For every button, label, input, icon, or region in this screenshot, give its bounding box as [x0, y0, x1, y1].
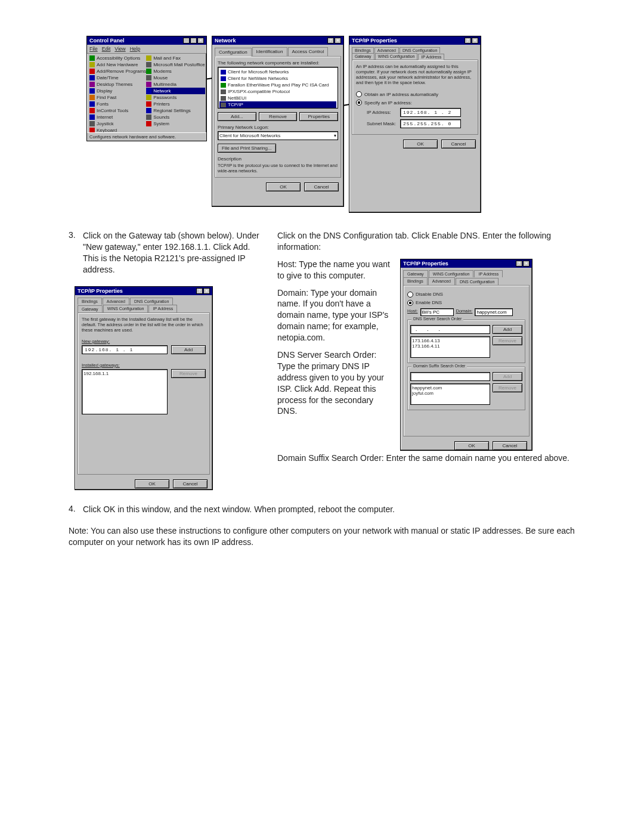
tab-advanced[interactable]: Advanced	[374, 47, 399, 53]
tab-wins[interactable]: WINS Configuration	[103, 305, 148, 312]
dns-ip-input[interactable]	[410, 325, 490, 334]
ok-button[interactable]: OK	[403, 140, 438, 148]
menu-view[interactable]: View	[114, 46, 125, 52]
tab-bindings[interactable]: Bindings	[78, 298, 102, 305]
components-list[interactable]: Client for Microsoft Networks Client for…	[218, 67, 338, 109]
close-icon[interactable]: ×	[335, 38, 341, 44]
tab-gateway[interactable]: Gateway	[403, 270, 428, 277]
close-icon[interactable]: ×	[472, 38, 478, 44]
step-3-text: Click on the Gateway tab (shown below). …	[83, 230, 259, 275]
close-icon[interactable]: ×	[203, 288, 210, 294]
tab-ip-address[interactable]: IP Address	[474, 270, 503, 277]
cp-item[interactable]: InControl Tools	[89, 107, 146, 114]
menu-help[interactable]: Help	[130, 46, 140, 52]
maximize-icon[interactable]: □	[190, 38, 197, 44]
add-button[interactable]: Add	[493, 325, 522, 334]
control-panel-menubar[interactable]: FileEditViewHelp	[87, 45, 206, 54]
radio-specify[interactable]: Specify an IP address:	[356, 100, 474, 106]
tab-identification[interactable]: Identification	[252, 47, 287, 56]
installed-gateways-list[interactable]: 192.168.1.1	[82, 369, 168, 414]
cancel-button[interactable]: Cancel	[441, 140, 476, 148]
cancel-button[interactable]: Cancel	[493, 441, 527, 450]
cp-item[interactable]: Accessibility Options	[89, 55, 146, 61]
tab-wins[interactable]: WINS Configuration	[375, 53, 418, 60]
cp-item[interactable]: Sounds	[146, 114, 205, 120]
body-columns: 3. Click on the Gateway tab (shown below…	[69, 230, 593, 492]
mail-icon	[146, 55, 151, 61]
remove-button[interactable]: Remove	[259, 112, 298, 121]
cp-item[interactable]: Passwords	[146, 94, 205, 101]
menu-edit[interactable]: Edit	[102, 46, 111, 52]
internet-icon	[89, 114, 95, 120]
add-button[interactable]: Add...	[218, 112, 256, 121]
cp-item[interactable]: Internet	[89, 114, 146, 120]
help-icon[interactable]: ?	[327, 38, 334, 44]
cp-item[interactable]: Date/Time	[89, 75, 146, 81]
close-icon[interactable]: ×	[197, 38, 204, 44]
ok-button[interactable]: OK	[135, 479, 169, 488]
tab-ip-address[interactable]: IP Address	[418, 54, 444, 60]
ok-button[interactable]: OK	[266, 182, 301, 191]
cp-item[interactable]: Desktop Themes	[89, 81, 146, 88]
cp-item[interactable]: Mouse	[146, 75, 205, 81]
help-icon[interactable]: ?	[516, 261, 522, 267]
tab-dns-config[interactable]: DNS Configuration	[400, 47, 440, 53]
new-gateway-input[interactable]: 192.168. 1 . 1	[82, 345, 168, 354]
tab-advanced[interactable]: Advanced	[428, 277, 455, 285]
tab-bindings[interactable]: Bindings	[352, 47, 374, 53]
cp-item[interactable]: Multimedia	[146, 81, 205, 88]
file-print-sharing-button[interactable]: File and Print Sharing...	[218, 144, 276, 153]
cp-item[interactable]: Find Fast	[89, 94, 146, 101]
radio-disable-dns[interactable]: Disable DNS	[407, 292, 525, 298]
radio-enable-dns[interactable]: Enable DNS	[407, 300, 525, 306]
domain-input[interactable]	[475, 308, 513, 316]
cp-item[interactable]: Display	[89, 88, 146, 94]
suffix-input[interactable]	[410, 372, 490, 381]
cp-item[interactable]: Regional Settings	[146, 107, 205, 114]
close-icon[interactable]: ×	[523, 261, 530, 267]
cp-item[interactable]: Add/Remove Programs	[89, 68, 146, 75]
menu-file[interactable]: File	[89, 46, 98, 52]
tab-ip-address[interactable]: IP Address	[148, 305, 177, 312]
domain-paragraph: Domain: Type your domain name. If you do…	[277, 287, 391, 343]
remove-button[interactable]: Remove	[493, 383, 522, 392]
remove-button[interactable]: Remove	[171, 369, 206, 378]
cancel-button[interactable]: Cancel	[173, 479, 208, 488]
tab-advanced[interactable]: Advanced	[103, 298, 129, 305]
help-icon[interactable]: ?	[465, 38, 471, 44]
dns-servers-list[interactable]: 173.166.4.13 173.166.4.11	[410, 336, 490, 358]
tab-bindings[interactable]: Bindings	[403, 277, 428, 285]
logon-combo[interactable]: Client for Microsoft Networks	[218, 131, 338, 140]
ok-button[interactable]: OK	[454, 441, 489, 450]
host-input[interactable]	[420, 308, 454, 316]
cp-item-network[interactable]: Network	[146, 88, 205, 94]
radio-obtain[interactable]: Obtain an IP address automatically	[356, 91, 474, 97]
cp-item[interactable]: Modems	[146, 68, 205, 75]
tab-wins[interactable]: WINS Configuration	[429, 270, 474, 277]
help-icon[interactable]: ?	[196, 288, 203, 294]
cp-item[interactable]: Printers	[146, 101, 205, 107]
step-3: 3. Click on the Gateway tab (shown below…	[69, 230, 259, 281]
mask-input[interactable]: 255.255.255. 0	[400, 119, 461, 128]
cp-item[interactable]: Fonts	[89, 101, 146, 107]
cp-item[interactable]: Joystick	[89, 120, 146, 127]
add-button[interactable]: Add	[171, 345, 206, 354]
remove-button[interactable]: Remove	[493, 336, 522, 345]
cp-item[interactable]: Add New Hardware	[89, 61, 146, 68]
protocol-icon	[221, 103, 226, 107]
suffix-list[interactable]: happynet.com joyful.com	[410, 383, 490, 405]
tab-dns-config[interactable]: DNS Configuration	[130, 298, 173, 305]
right-column: Click on the DNS Configuration tab. Clic…	[277, 230, 593, 470]
minimize-icon[interactable]: _	[183, 38, 190, 44]
ip-input[interactable]: 192.168. 1 . 2	[400, 108, 461, 117]
cp-item[interactable]: Microsoft Mail Postoffice	[146, 61, 205, 68]
tab-configuration[interactable]: Configuration	[215, 48, 252, 57]
tab-access-control[interactable]: Access Control	[288, 47, 329, 56]
list-item: IPX/SPX-compatible Protocol	[219, 88, 336, 95]
tab-gateway[interactable]: Gateway	[352, 53, 374, 60]
cp-item[interactable]: Mail and Fax	[146, 55, 205, 61]
cp-item[interactable]: System	[146, 120, 205, 127]
cancel-button[interactable]: Cancel	[304, 182, 339, 191]
properties-button[interactable]: Properties	[299, 112, 338, 121]
add-button[interactable]: Add	[493, 372, 522, 381]
